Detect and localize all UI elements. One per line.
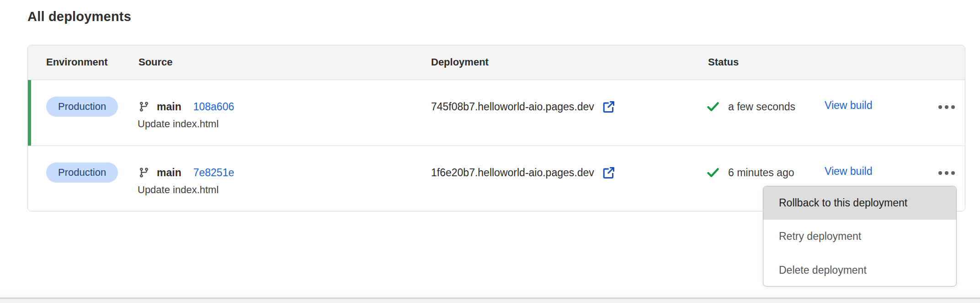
ellipsis-icon	[938, 171, 942, 175]
menu-item-retry[interactable]: Retry deployment	[763, 220, 956, 253]
branch-name: main	[157, 101, 181, 113]
table-row: Production main 108a606 Update index.htm…	[28, 80, 965, 146]
view-build-link[interactable]: View build	[825, 99, 872, 112]
commit-message: Update index.html	[138, 184, 218, 196]
source-cell: main 7e8251e	[138, 162, 234, 183]
external-link-icon[interactable]	[602, 166, 616, 180]
menu-item-rollback[interactable]: Rollback to this deployment	[763, 186, 956, 220]
environment-badge: Production	[46, 97, 118, 117]
menu-item-delete[interactable]: Delete deployment	[763, 254, 956, 287]
view-build-link[interactable]: View build	[825, 165, 872, 178]
page-title: All deployments	[27, 9, 131, 24]
check-icon	[706, 166, 720, 179]
page-background-strip	[0, 299, 980, 303]
status-time: a few seconds	[728, 101, 795, 113]
row-actions-menu: Rollback to this deployment Retry deploy…	[763, 186, 957, 287]
deployment-url: 745f08b7.helloworld-aio.pages.dev	[431, 101, 594, 113]
commit-link[interactable]: 108a606	[193, 101, 234, 113]
git-branch-icon	[138, 101, 149, 112]
column-header-deployment: Deployment	[431, 56, 489, 68]
commit-link[interactable]: 7e8251e	[193, 167, 234, 179]
column-header-source: Source	[138, 56, 173, 68]
environment-badge: Production	[46, 162, 118, 183]
status-cell: a few seconds	[706, 97, 795, 117]
branch-name: main	[157, 167, 181, 179]
source-cell: main 108a606	[138, 97, 234, 117]
status-time: 6 minutes ago	[728, 167, 794, 179]
commit-message: Update index.html	[138, 118, 218, 130]
ellipsis-icon	[938, 105, 942, 109]
git-branch-icon	[138, 167, 149, 178]
column-header-status: Status	[708, 56, 739, 68]
check-icon	[706, 100, 720, 114]
row-actions-button[interactable]	[932, 164, 961, 182]
section-bottom-fade	[0, 290, 980, 298]
column-header-environment: Environment	[46, 56, 107, 68]
external-link-icon[interactable]	[602, 100, 616, 114]
current-deployment-indicator	[28, 80, 31, 146]
deployment-cell: 745f08b7.helloworld-aio.pages.dev	[431, 97, 616, 117]
deployments-page: All deployments Environment Source Deplo…	[0, 0, 980, 303]
row-actions-button[interactable]	[932, 98, 961, 116]
status-cell: 6 minutes ago	[706, 162, 794, 183]
deployment-url: 1f6e20b7.helloworld-aio.pages.dev	[431, 167, 594, 179]
table-header-row: Environment Source Deployment Status	[28, 45, 965, 80]
deployment-cell: 1f6e20b7.helloworld-aio.pages.dev	[431, 162, 616, 183]
